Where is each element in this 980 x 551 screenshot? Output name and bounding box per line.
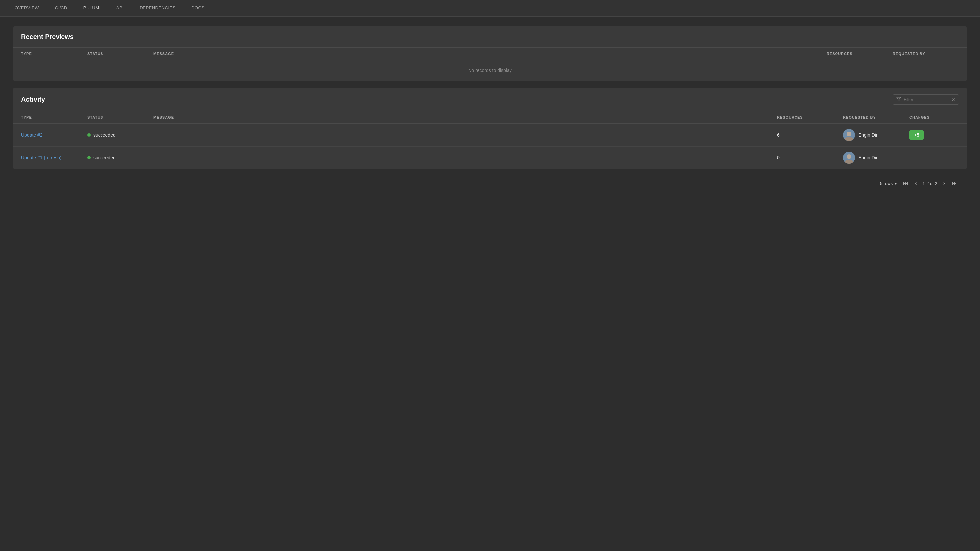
- empty-message: No records to display: [468, 68, 512, 73]
- activity-changes-cell: +5: [909, 130, 959, 140]
- pagination-controls: ⏮ ‹ 1-2 of 2 › ⏭: [901, 180, 959, 187]
- activity-status-cell: succeeded: [87, 132, 153, 138]
- update-2-link[interactable]: Update #2: [21, 132, 43, 138]
- tab-overview[interactable]: OVERVIEW: [6, 0, 47, 16]
- recent-previews-empty: No records to display: [13, 60, 967, 81]
- filter-wrapper[interactable]: ✕: [893, 94, 959, 105]
- filter-clear-icon[interactable]: ✕: [951, 97, 955, 102]
- activity-col-requested-by: REQUESTED BY: [843, 115, 909, 119]
- activity-type-cell-2: Update #1 (refresh): [21, 155, 87, 161]
- chevron-down-icon: ▾: [895, 181, 897, 186]
- tab-cicd[interactable]: CI/CD: [47, 0, 75, 16]
- activity-col-changes: CHANGES: [909, 115, 959, 119]
- changes-badge: +5: [909, 130, 924, 140]
- tab-docs[interactable]: DOCS: [183, 0, 213, 16]
- activity-col-resources: RESOURCES: [777, 115, 843, 119]
- activity-col-message: MESSAGE: [153, 115, 777, 119]
- activity-col-status: STATUS: [87, 115, 153, 119]
- recent-previews-header: Recent Previews: [13, 27, 967, 48]
- recent-previews-table-header: TYPE STATUS MESSAGE RESOURCES REQUESTED …: [13, 48, 967, 60]
- requestedby-name-2: Engin Diri: [858, 155, 878, 161]
- update-1-link[interactable]: Update #1 (refresh): [21, 155, 61, 161]
- table-row: Update #2 succeeded 6 Engin Diri +5: [13, 124, 967, 147]
- first-page-button[interactable]: ⏮: [901, 180, 910, 187]
- tab-dependencies[interactable]: DEPENDENCIES: [132, 0, 183, 16]
- activity-status-cell-2: succeeded: [87, 155, 153, 161]
- last-page-button[interactable]: ⏭: [950, 180, 959, 187]
- prev-page-button[interactable]: ‹: [913, 180, 918, 187]
- status-label-2: succeeded: [93, 155, 116, 161]
- activity-col-type: TYPE: [21, 115, 87, 119]
- recent-previews-title: Recent Previews: [21, 33, 959, 41]
- activity-card-header: Activity ✕: [13, 88, 967, 111]
- activity-table-header: TYPE STATUS MESSAGE RESOURCES REQUESTED …: [13, 111, 967, 124]
- activity-card: Activity ✕ TYPE STATUS MESSAGE RESOURCES…: [13, 88, 967, 169]
- status-dot-succeeded-2: [87, 156, 91, 159]
- next-page-button[interactable]: ›: [941, 180, 947, 187]
- activity-requestedby-cell: Engin Diri: [843, 129, 909, 141]
- avatar-engin-2: [843, 152, 855, 164]
- table-row: Update #1 (refresh) succeeded 0 Engin Di…: [13, 147, 967, 169]
- avatar-engin-1: [843, 129, 855, 141]
- activity-resources-cell: 6: [777, 132, 843, 138]
- recent-previews-card: Recent Previews TYPE STATUS MESSAGE RESO…: [13, 27, 967, 81]
- col-type: TYPE: [21, 52, 87, 56]
- col-requested-by: REQUESTED BY: [893, 52, 959, 56]
- main-content: Recent Previews TYPE STATUS MESSAGE RESO…: [0, 16, 980, 201]
- tab-api[interactable]: API: [108, 0, 132, 16]
- activity-title: Activity: [21, 96, 45, 103]
- nav-tabs: OVERVIEW CI/CD PULUMI API DEPENDENCIES D…: [0, 0, 980, 16]
- tab-pulumi[interactable]: PULUMI: [75, 0, 108, 16]
- rows-selector[interactable]: 5 rows ▾: [880, 181, 897, 186]
- col-message: MESSAGE: [153, 52, 827, 56]
- rows-label: 5 rows: [880, 181, 893, 186]
- filter-input[interactable]: [904, 97, 948, 102]
- status-dot-succeeded: [87, 133, 91, 137]
- col-resources: RESOURCES: [827, 52, 893, 56]
- filter-icon: [896, 97, 901, 102]
- pagination-footer: 5 rows ▾ ⏮ ‹ 1-2 of 2 › ⏭: [13, 176, 967, 191]
- status-label: succeeded: [93, 132, 116, 138]
- activity-type-cell: Update #2: [21, 132, 87, 138]
- activity-resources-cell-2: 0: [777, 155, 843, 161]
- activity-requestedby-cell-2: Engin Diri: [843, 152, 909, 164]
- requestedby-name: Engin Diri: [858, 132, 878, 138]
- page-info: 1-2 of 2: [923, 181, 937, 186]
- col-status: STATUS: [87, 52, 153, 56]
